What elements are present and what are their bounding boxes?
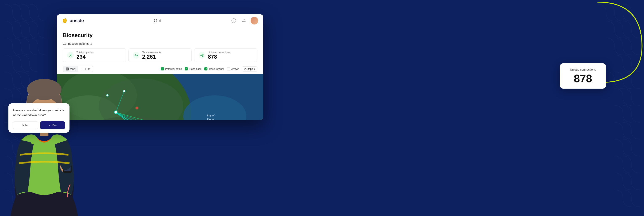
page-title: Biosecurity [63,32,257,39]
connection-insights-header[interactable]: Connection Insights ▲ [63,42,257,45]
chevron-up-icon: ▲ [90,42,92,45]
svg-rect-13 [156,19,157,21]
filter-options: ✓ Potential paths ✓ Trace back ✓ Trace f… [161,66,257,72]
grid-icon [153,19,158,23]
avatar [250,17,258,25]
svg-line-24 [202,56,202,56]
yes-button[interactable]: ✓ Yes [40,121,65,129]
filter-trace-forward[interactable]: ✓ Trace forward [204,67,224,70]
svg-point-22 [202,56,204,57]
arrows-label: Arrows [231,68,239,70]
no-label: No [25,124,29,127]
trace-forward-checkbox: ✓ [204,67,208,70]
connections-icon [198,52,205,59]
x-icon: ✕ [22,124,24,127]
filter-potential-paths[interactable]: ✓ Potential paths [161,67,182,70]
connections-value: 878 [208,54,230,60]
trace-back-checkbox: ✓ [185,67,188,70]
chevron-down-icon: ▾ [254,68,255,70]
steps-dropdown[interactable]: 2 Steps ▾ [242,66,257,72]
trace-back-label: Trace back [189,68,201,70]
filter-trace-back[interactable]: ✓ Trace back [185,67,201,70]
svg-text:Bay of: Bay of [207,114,215,117]
potential-paths-label: Potential paths [165,68,182,70]
bell-button[interactable] [240,17,247,24]
yes-label: Yes [52,124,57,127]
app-header: onside d ? [57,14,263,27]
stat-info-movements: Total movements 2,261 [142,51,161,60]
sidebar-nav-partial: d [150,17,164,25]
stat-card-movements: Total movements 2,261 [128,48,192,62]
svg-point-54 [123,90,125,92]
arrows-checkbox [227,67,230,70]
steps-label: 2 Steps [244,68,253,70]
no-button[interactable]: ✕ No [13,121,38,129]
logo-icon [62,18,68,24]
svg-rect-15 [156,21,157,22]
question-buttons: ✕ No ✓ Yes [13,121,65,129]
stat-card-connections: Unique connections 878 [194,48,257,62]
logo-text: onside [70,18,84,24]
help-icon: ? [232,18,236,23]
svg-rect-14 [154,21,155,22]
logo-area: onside [62,18,84,24]
svg-point-60 [136,107,138,109]
check-icon: ✓ [48,124,51,127]
avatar-image [250,17,258,25]
question-text: Have you washed down your vehicle at the… [13,108,65,117]
nav-partial-text: d [159,19,161,22]
svg-line-23 [202,55,202,55]
movements-value: 2,261 [142,54,161,60]
svg-point-20 [201,55,202,56]
svg-text:Plenty: Plenty [207,118,215,120]
trace-forward-label: Trace forward [208,68,224,70]
svg-rect-12 [154,19,155,21]
question-card: Have you washed down your vehicle at the… [8,103,70,133]
unique-connections-card-label: Unique connections [566,68,600,71]
svg-point-55 [106,94,108,96]
stat-info-connections: Unique connections 878 [208,51,230,60]
svg-text:?: ? [233,19,234,22]
unique-connections-tooltip: Unique connections 878 [560,63,606,89]
svg-point-21 [202,54,204,55]
stats-row: Total properties 234 Total movements 2,2… [63,48,257,62]
svg-point-53 [114,111,117,114]
bell-icon [242,18,246,23]
potential-paths-checkbox: ✓ [161,67,164,70]
unique-connections-card-value: 878 [566,73,600,84]
help-button[interactable]: ? [230,17,237,24]
movements-icon [133,52,140,59]
header-icons: ? [230,17,258,25]
filter-arrows[interactable]: Arrows [227,67,239,70]
